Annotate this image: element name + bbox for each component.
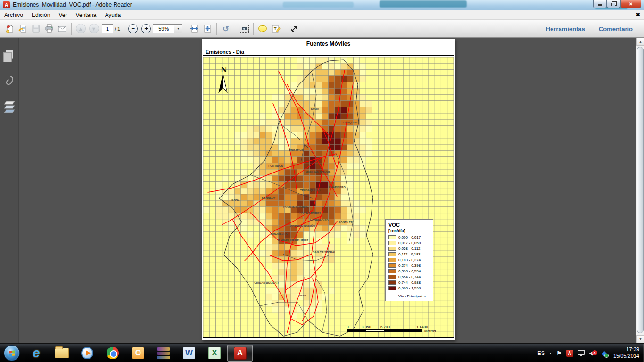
svg-text:SUBA: SUBA	[311, 107, 319, 110]
legend-roads-entry: Vías Príncipales	[388, 293, 430, 299]
menu-bar: Archivo Edición Ver Ventana Ayuda ✖	[0, 10, 644, 20]
highlight-text-button[interactable]: T	[269, 22, 282, 35]
network-icon[interactable]	[578, 350, 585, 355]
svg-text:TUNJUELITO: TUNJUELITO	[270, 232, 288, 235]
taskbar-adobe-reader[interactable]: A	[227, 345, 253, 362]
taskbar-windows-explorer[interactable]	[49, 344, 74, 362]
svg-text:FONTIBON: FONTIBON	[268, 165, 283, 167]
map-title: Fuentes Móviles	[203, 40, 454, 48]
legend-class-label: 0,274 - 0,398	[398, 263, 421, 268]
scale-bar-ticks: 03.3506.70013.400	[347, 325, 448, 329]
windows-flag-icon	[9, 350, 15, 356]
fit-width-button[interactable]	[188, 22, 201, 35]
email-icon	[57, 24, 67, 34]
svg-text:CHAPINERO: CHAPINERO	[329, 186, 346, 189]
scroll-down-icon[interactable]: ▼	[636, 335, 644, 343]
email-button[interactable]	[56, 22, 69, 35]
next-page-button[interactable]: ▼	[87, 22, 100, 35]
page-thumbnails-icon[interactable]	[0, 44, 19, 64]
previous-view-button[interactable]: ↺	[219, 22, 232, 35]
volume-muted-icon[interactable]: ✕	[589, 349, 597, 357]
legend-roads-label: Vías Príncipales	[398, 294, 426, 298]
legend-class-label: 0,398 - 0,554	[398, 269, 421, 273]
save-button[interactable]	[29, 22, 42, 35]
taskbar-outlook[interactable]: O	[125, 344, 151, 362]
zoom-level-value[interactable]: 59%	[153, 24, 174, 33]
scrollbar-thumb[interactable]	[637, 47, 644, 333]
print-button[interactable]	[42, 22, 56, 35]
dropbox-icon[interactable]: ◆	[602, 349, 607, 358]
minimize-button[interactable]	[593, 0, 607, 8]
plus-icon: +	[141, 24, 151, 33]
vertical-scrollbar[interactable]: ▲ ▼	[636, 38, 644, 343]
comentario-button[interactable]: Comentario	[592, 25, 639, 33]
previous-page-button[interactable]: ▲	[74, 22, 87, 35]
restore-button[interactable]	[607, 0, 620, 8]
scale-tick: 6.700	[380, 325, 390, 329]
menu-edicion[interactable]: Edición	[27, 11, 54, 19]
zoom-dropdown-button[interactable]: ▼	[174, 24, 182, 33]
title-bar: A Emisiones_Movilidad_VOC.pdf - Adobe Re…	[0, 0, 644, 10]
legend-swatch	[388, 258, 396, 262]
scale-bar-segments	[347, 329, 422, 332]
outlook-icon: O	[132, 347, 144, 359]
tray-time: 17:39	[613, 346, 639, 353]
attachments-icon[interactable]	[0, 71, 19, 90]
close-document-icon[interactable]: ✖	[636, 12, 640, 18]
legend-class: 0,554 - 0,744	[388, 274, 430, 280]
legend-swatch	[388, 269, 396, 273]
fullscreen-button[interactable]	[288, 22, 301, 35]
legend-class-label: 0,744 - 0,988	[398, 280, 421, 285]
language-indicator[interactable]: ES	[537, 350, 545, 356]
svg-text:LOS MARTIRES: LOS MARTIRES	[299, 212, 321, 214]
legend-swatch	[388, 247, 396, 251]
svg-text:SANTA FE: SANTA FE	[339, 221, 352, 223]
menu-ayuda[interactable]: Ayuda	[100, 11, 125, 19]
action-center-flag-icon[interactable]: ⚑	[556, 350, 562, 357]
close-button[interactable]: ✕	[620, 0, 641, 8]
add-comment-button[interactable]	[256, 22, 269, 35]
tray-date: 15/05/2014	[613, 353, 639, 360]
menu-ver[interactable]: Ver	[54, 11, 71, 19]
legend-class-label: 0,058 - 0,112	[398, 247, 421, 251]
taskbar-media-player[interactable]	[74, 344, 100, 362]
snapshot-button[interactable]	[238, 22, 251, 35]
legend-swatch	[388, 263, 396, 268]
herramientas-button[interactable]: Herramientas	[539, 25, 592, 33]
scroll-up-icon[interactable]: ▲	[636, 38, 644, 46]
emissions-map: SUBAUSAQUENENGATIVAFONTIBONBARRIOS UNIDO…	[203, 57, 454, 338]
adobe-updater-icon[interactable]: A	[566, 350, 573, 357]
camera-icon	[240, 25, 249, 33]
save-as-button[interactable]	[16, 22, 29, 35]
legend-classes: 0,000 - 0,0170,017 - 0,0580,058 - 0,1120…	[388, 235, 430, 291]
start-button[interactable]	[4, 345, 20, 361]
legend-class: 0,274 - 0,398	[388, 263, 430, 268]
layers-icon[interactable]	[0, 97, 19, 117]
menu-ventana[interactable]: Ventana	[71, 11, 100, 19]
taskbar-excel[interactable]: X	[202, 344, 227, 362]
legend-swatch	[388, 252, 396, 256]
legend-class-label: 0,554 - 0,744	[398, 275, 421, 279]
media-player-icon	[81, 347, 93, 359]
taskbar-word[interactable]: W	[176, 344, 202, 362]
menu-archivo[interactable]: Archivo	[0, 11, 27, 19]
zoom-in-button[interactable]: +	[140, 22, 153, 35]
clock[interactable]: 17:39 15/05/2014	[613, 346, 639, 360]
fit-page-button[interactable]	[201, 22, 214, 35]
page-total-label: / 1	[115, 26, 120, 32]
navigation-pane	[0, 38, 19, 343]
legend-class: 0,744 - 0,988	[388, 280, 430, 285]
svg-text:ENGATIVA: ENGATIVA	[289, 149, 304, 152]
highlighter-icon: T	[271, 24, 281, 33]
open-button[interactable]	[3, 22, 16, 35]
winrar-icon	[157, 347, 170, 359]
taskbar-winrar[interactable]	[151, 344, 176, 362]
zoom-out-button[interactable]: −	[126, 22, 140, 35]
open-icon	[5, 24, 14, 33]
page-number-input[interactable]	[102, 24, 113, 33]
taskbar-chrome[interactable]	[100, 344, 125, 362]
svg-text:BARRIOS UNIDOS: BARRIOS UNIDOS	[306, 170, 331, 173]
show-hidden-icons-icon[interactable]: ▲	[549, 352, 552, 355]
taskbar-internet-explorer[interactable]: e	[24, 344, 49, 362]
legend-swatch	[388, 286, 396, 290]
